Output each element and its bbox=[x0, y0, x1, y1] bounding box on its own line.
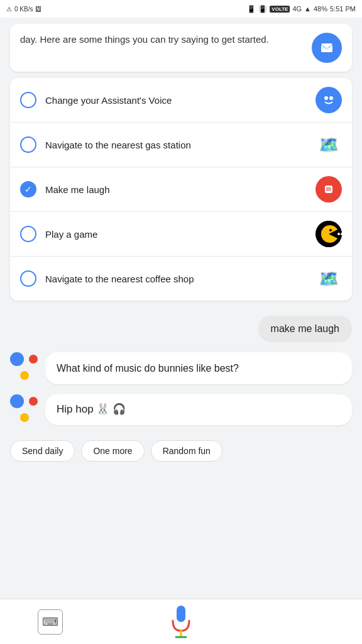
chips-row: Send daily One more Random fun bbox=[0, 435, 362, 474]
dot-red bbox=[29, 355, 38, 364]
chip-one-more[interactable]: One more bbox=[81, 440, 144, 462]
image-icon: 🖼 bbox=[35, 6, 41, 13]
option-gas-station[interactable]: Navigate to the nearest gas station 🗺️ bbox=[10, 123, 352, 167]
warning-icon: ⚠ bbox=[6, 6, 12, 13]
icon-maps-gas: 🗺️ bbox=[315, 131, 342, 158]
svg-point-3 bbox=[324, 96, 328, 100]
assistant-icon-svg bbox=[320, 91, 337, 109]
vibrate-icon: 📳 bbox=[258, 5, 267, 13]
icon-assistant bbox=[315, 87, 342, 113]
svg-point-10 bbox=[329, 229, 332, 231]
svg-point-2 bbox=[320, 91, 337, 109]
options-card: Change your Assistant's Voice Navigate t… bbox=[10, 78, 352, 301]
mic-button[interactable] bbox=[170, 604, 192, 640]
intro-text: day. Here are some things you can try sa… bbox=[20, 33, 305, 46]
laugh-icon-svg bbox=[320, 180, 337, 198]
icon-laugh bbox=[315, 176, 342, 203]
svg-point-4 bbox=[329, 96, 333, 100]
assistant-logo-a bbox=[10, 394, 38, 422]
dot-blue-large-2 bbox=[10, 394, 24, 408]
option-make-laugh[interactable]: ✓ Make me laugh bbox=[10, 167, 352, 212]
send-icon bbox=[319, 40, 334, 55]
option-label-game: Play a game bbox=[45, 229, 307, 240]
radio-voice[interactable] bbox=[20, 92, 36, 108]
intro-bubble: day. Here are some things you can try sa… bbox=[10, 24, 352, 72]
dot-yellow bbox=[20, 371, 29, 380]
assistant-answer-text: Hip hop 🐰 🎧 bbox=[57, 403, 126, 415]
option-change-voice[interactable]: Change your Assistant's Voice bbox=[10, 78, 352, 123]
dot-blue-large bbox=[10, 352, 24, 366]
assistant-question-row: What kind of music do bunnies like best? bbox=[0, 352, 362, 394]
assistant-answer-bubble: Hip hop 🐰 🎧 bbox=[45, 394, 352, 425]
volte-badge: VOLTE bbox=[270, 6, 290, 13]
pacman-svg bbox=[315, 221, 342, 247]
dot-red-2 bbox=[29, 397, 38, 406]
assistant-answer-row: Hip hop 🐰 🎧 bbox=[0, 394, 362, 435]
time-display: 5:51 PM bbox=[330, 5, 356, 13]
option-label-voice: Change your Assistant's Voice bbox=[45, 95, 307, 106]
assistant-question-bubble: What kind of music do bunnies like best? bbox=[45, 352, 352, 384]
keyboard-icon: ⌨ bbox=[42, 615, 58, 629]
svg-rect-6 bbox=[325, 186, 332, 193]
data-rate: 0 KB/s bbox=[14, 6, 33, 13]
option-label-laugh: Make me laugh bbox=[45, 184, 307, 195]
option-label-gas: Navigate to the nearest gas station bbox=[45, 140, 307, 150]
chip-send-daily[interactable]: Send daily bbox=[10, 440, 75, 462]
option-label-coffee: Navigate to the nearest coffee shop bbox=[45, 274, 307, 284]
battery-level: 48% bbox=[314, 5, 327, 13]
user-message-wrap: make me laugh bbox=[0, 311, 362, 352]
signal-icon: ▲ bbox=[304, 5, 311, 13]
svg-rect-14 bbox=[177, 606, 185, 622]
assistant-logo-q bbox=[10, 352, 38, 380]
radio-coffee[interactable] bbox=[20, 270, 36, 287]
icon-pacman bbox=[315, 221, 342, 247]
option-play-game[interactable]: Play a game bbox=[10, 212, 352, 257]
mic-icon bbox=[170, 604, 192, 640]
status-left: ⚠ 0 KB/s 🖼 bbox=[6, 6, 41, 13]
option-coffee-shop[interactable]: Navigate to the nearest coffee shop 🗺️ bbox=[10, 257, 352, 301]
check-icon: ✓ bbox=[25, 185, 32, 194]
assistant-question-text: What kind of music do bunnies like best? bbox=[57, 363, 239, 374]
main-content: day. Here are some things you can try sa… bbox=[0, 24, 362, 525]
radio-game[interactable] bbox=[20, 226, 36, 242]
chip-random-fun[interactable]: Random fun bbox=[151, 440, 222, 462]
network-type: 4G bbox=[292, 5, 302, 13]
dot-yellow-2 bbox=[20, 413, 29, 422]
status-bar: ⚠ 0 KB/s 🖼 📱 📳 VOLTE 4G ▲ 48% 5:51 PM bbox=[0, 0, 362, 18]
icon-maps-coffee: 🗺️ bbox=[315, 265, 342, 292]
send-button[interactable] bbox=[312, 33, 342, 63]
phone-icon: 📱 bbox=[247, 5, 256, 13]
bottom-bar: ⌨ bbox=[0, 599, 362, 644]
radio-gas[interactable] bbox=[20, 136, 36, 153]
user-message: make me laugh bbox=[258, 316, 352, 342]
keyboard-button[interactable]: ⌨ bbox=[38, 609, 63, 635]
svg-point-11 bbox=[337, 233, 340, 235]
radio-laugh[interactable]: ✓ bbox=[20, 181, 36, 197]
status-right: 📱 📳 VOLTE 4G ▲ 48% 5:51 PM bbox=[247, 5, 356, 13]
